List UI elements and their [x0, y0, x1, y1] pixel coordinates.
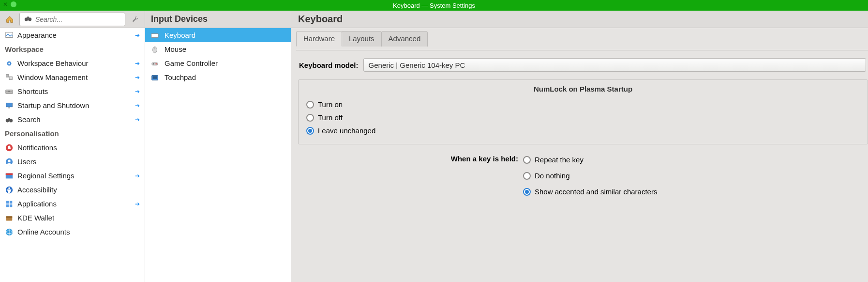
wrench-icon [131, 15, 139, 24]
key-held-label: When a key is held: [298, 153, 518, 198]
sidebar-item-applications[interactable]: Applications➔ [0, 197, 145, 211]
window-controls[interactable]: ✕ [3, 1, 16, 7]
device-item-mouse[interactable]: Mouse [145, 42, 291, 56]
chevron-right-icon: ➔ [135, 172, 140, 179]
sidebar-item-label: Regional Settings [17, 172, 131, 180]
globe-icon [5, 228, 14, 236]
numlock-group: NumLock on Plasma Startup Turn onTurn of… [298, 79, 868, 144]
svg-point-42 [155, 63, 157, 64]
sidebar-item-label: Startup and Shutdown [17, 101, 131, 110]
sidebar-item-startup-and-shutdown[interactable]: Startup and Shutdown➔ [0, 98, 145, 112]
sidebar-toolbar [0, 11, 145, 28]
bell-red-icon [5, 143, 14, 152]
key-held-option[interactable]: Show accented and similar characters [523, 185, 868, 198]
svg-rect-35 [153, 34, 154, 35]
mouse-icon [150, 45, 160, 54]
sidebar-item-notifications[interactable]: Notifications [0, 141, 145, 155]
svg-rect-22 [6, 173, 13, 175]
key-held-option[interactable]: Do nothing [523, 169, 868, 182]
appearance-icon [5, 31, 14, 40]
sidebar-item-window-management[interactable]: Window Management➔ [0, 70, 145, 84]
device-item-game-controller[interactable]: Game Controller [145, 56, 291, 70]
maximize-icon[interactable] [11, 1, 16, 7]
svg-rect-9 [7, 91, 8, 92]
sidebar-item-label: Notifications [17, 143, 140, 152]
chevron-right-icon: ➔ [135, 88, 140, 95]
keyboard-icon [150, 31, 160, 40]
user-blue-icon [5, 157, 14, 166]
device-list: KeyboardMouseGame ControllerTouchpad [145, 28, 291, 282]
sidebar-item-label: Window Management [17, 73, 131, 81]
radio-icon [306, 101, 314, 109]
svg-rect-27 [6, 204, 9, 206]
chevron-right-icon: ➔ [135, 32, 140, 39]
sidebar-item-appearance[interactable]: Appearance ➔ [0, 28, 145, 42]
svg-rect-33 [151, 33, 158, 37]
close-icon[interactable]: ✕ [3, 1, 8, 7]
keyboard-model-select[interactable]: Generic | Generic 104-key PC [363, 58, 866, 72]
sidebar-item-search[interactable]: Search➔ [0, 112, 145, 126]
grid-icon [5, 200, 14, 208]
subcategory-panel: Input Devices KeyboardMouseGame Controll… [145, 11, 291, 282]
device-item-label: Game Controller [165, 59, 218, 67]
radio-label: Do nothing [535, 172, 570, 180]
tab-bar: HardwareLayoutsAdvanced [296, 31, 868, 47]
numlock-option[interactable]: Turn off [306, 111, 860, 124]
search-input[interactable] [35, 16, 121, 23]
sidebar-item-label: Workspace Behaviour [17, 59, 131, 67]
sidebar-item-label: Accessibility [17, 186, 140, 194]
radio-label: Show accented and similar characters [535, 188, 657, 196]
tab-layouts[interactable]: Layouts [342, 31, 382, 47]
svg-rect-14 [8, 107, 10, 108]
access-icon [5, 186, 14, 194]
sidebar-item-workspace-behaviour[interactable]: Workspace Behaviour➔ [0, 56, 145, 70]
svg-rect-11 [9, 91, 10, 92]
svg-rect-26 [10, 201, 12, 203]
svg-point-20 [8, 159, 10, 162]
configure-button[interactable] [128, 13, 142, 26]
device-item-touchpad[interactable]: Touchpad [145, 70, 291, 84]
sidebar-item-regional-settings[interactable]: Regional Settings➔ [0, 169, 145, 183]
svg-rect-28 [10, 204, 12, 206]
svg-rect-36 [155, 34, 156, 35]
svg-rect-10 [8, 91, 9, 92]
subcategory-title: Input Devices [145, 11, 291, 28]
numlock-option[interactable]: Leave unchanged [306, 124, 860, 137]
svg-rect-25 [6, 201, 9, 203]
sidebar-item-shortcuts[interactable]: Shortcuts➔ [0, 84, 145, 98]
page-title: Keyboard [291, 11, 868, 28]
radio-label: Turn on [318, 100, 343, 109]
chevron-right-icon: ➔ [135, 74, 140, 81]
sidebar-item-online-accounts[interactable]: Online Accounts [0, 225, 145, 239]
radio-icon [306, 114, 314, 122]
settings-tree: Appearance ➔ WorkspaceWorkspace Behaviou… [0, 28, 145, 282]
radio-icon [523, 172, 531, 180]
tab-hardware[interactable]: Hardware [296, 31, 342, 47]
numlock-option[interactable]: Turn on [306, 98, 860, 111]
radio-icon [306, 127, 314, 135]
home-icon [5, 15, 14, 24]
search-input-container[interactable] [19, 13, 125, 26]
svg-rect-40 [152, 63, 158, 65]
sidebar-item-users[interactable]: Users [0, 155, 145, 169]
category-header: Personalisation [0, 126, 145, 141]
chevron-right-icon: ➔ [135, 116, 140, 123]
device-item-keyboard[interactable]: Keyboard [145, 28, 291, 42]
tab-underline [296, 50, 868, 50]
svg-point-5 [8, 63, 10, 64]
window-titlebar: ✕ Keyboard — System Settings [0, 0, 868, 11]
sidebar-panel: Appearance ➔ WorkspaceWorkspace Behaviou… [0, 11, 145, 282]
window-title: Keyboard — System Settings [393, 2, 475, 9]
sidebar-item-label: KDE Wallet [17, 214, 140, 222]
sidebar-item-label: Applications [17, 200, 131, 208]
svg-rect-37 [156, 34, 157, 35]
device-item-label: Keyboard [165, 31, 195, 39]
sidebar-item-accessibility[interactable]: Accessibility [0, 183, 145, 197]
tab-advanced[interactable]: Advanced [381, 31, 428, 47]
numlock-title: NumLock on Plasma Startup [306, 85, 860, 93]
sidebar-item-kde-wallet[interactable]: KDE Wallet [0, 211, 145, 225]
home-button[interactable] [3, 13, 16, 26]
keyboard-model-label: Keyboard model: [299, 61, 359, 69]
device-item-label: Mouse [165, 45, 186, 53]
key-held-option[interactable]: Repeat the key [523, 153, 868, 166]
